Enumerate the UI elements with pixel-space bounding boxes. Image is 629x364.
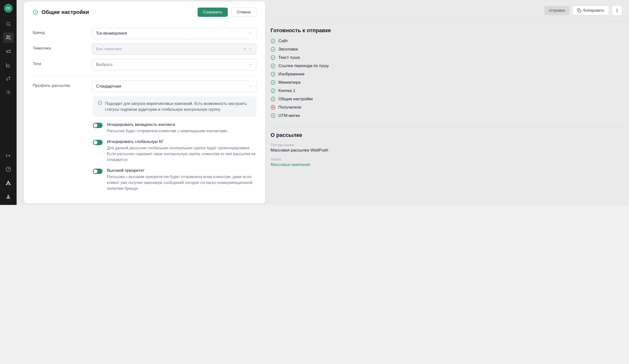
folder-label: Папка — [271, 157, 622, 161]
logout-icon[interactable] — [3, 150, 14, 161]
tags-select[interactable]: Выбрать — [92, 59, 256, 70]
svg-point-4 — [7, 195, 9, 197]
toggle-row: Высокий приоритет Рассылка с высоким при… — [93, 168, 256, 191]
type-value: Массовая рассылка WebPush — [271, 148, 622, 153]
logo: m — [4, 4, 13, 13]
folder-link[interactable]: Массовые кампании — [271, 162, 622, 167]
check-circle-icon — [271, 80, 275, 85]
chart-icon[interactable] — [3, 60, 14, 70]
check-circle-icon — [33, 9, 38, 15]
toggle-desc: Рассылка будет отправлена клиентам с нев… — [107, 128, 256, 134]
readiness-label: Сайт — [278, 39, 288, 43]
chevron-down-icon — [249, 32, 252, 35]
sidebar: m — [0, 0, 17, 205]
gear-icon[interactable] — [3, 87, 14, 97]
readiness-item[interactable]: Заголовок — [271, 47, 622, 52]
check-circle-icon — [271, 113, 275, 118]
readiness-label: Ссылка перехода по пушу — [278, 63, 329, 68]
check-circle-icon — [271, 97, 275, 101]
profile-label: Профиль рассылки — [33, 81, 89, 88]
readiness-label: Миниатюра — [278, 80, 301, 85]
toggle-title: Игнорировать валидность контакта — [107, 122, 256, 127]
readiness-item[interactable]: Текст пуша — [271, 55, 622, 60]
svg-point-8 — [617, 11, 617, 12]
theme-select[interactable]: Без тематики — [92, 43, 256, 55]
readiness-label: UTM-метки — [278, 113, 300, 118]
readiness-item[interactable]: Получатели — [271, 105, 622, 110]
more-button[interactable] — [612, 5, 622, 16]
toggle-row: Игнорировать глобальную КГ Для данной ра… — [93, 139, 256, 163]
divider — [33, 76, 256, 76]
brand-label: Бренд — [33, 28, 89, 35]
help-icon[interactable] — [3, 164, 14, 175]
save-button[interactable]: Сохранить — [197, 7, 228, 17]
cancel-button[interactable]: Отмена — [231, 7, 256, 17]
panel-header: Общие настройки Сохранить Отмена — [24, 1, 265, 21]
warning-icon[interactable] — [3, 178, 14, 188]
info-text: Подходит для запуска маркетинговых кампа… — [105, 101, 252, 112]
check-circle-icon — [271, 55, 275, 60]
profile-select[interactable]: Стандартная — [92, 81, 256, 92]
readiness-item[interactable]: UTM-метки — [271, 113, 622, 118]
toggle-desc: Для данной рассылки глобальная контрольн… — [107, 145, 256, 163]
main: отправки Копировать Готовность к отправк… — [17, 0, 629, 205]
info-icon — [98, 101, 102, 105]
divider — [271, 126, 622, 126]
tags-placeholder: Выбрать — [96, 62, 113, 67]
readiness-label: Текст пуша — [278, 55, 300, 60]
copy-icon — [577, 8, 581, 13]
info-box: Подходит для запуска маркетинговых кампа… — [93, 96, 256, 117]
readiness-label: Кнопка 1 — [278, 88, 295, 93]
megaphone-icon[interactable] — [3, 46, 14, 57]
check-circle-icon — [271, 39, 275, 43]
profile-value: Стандартная — [96, 84, 121, 89]
toggle-desc: Рассылка с высоким приоритетом будет отп… — [107, 174, 256, 191]
readiness-item[interactable]: Общие настройки — [271, 97, 622, 101]
toggle-row: Игнорировать валидность контакта Рассылк… — [93, 122, 256, 134]
check-circle-icon — [271, 47, 275, 52]
user-icon[interactable] — [3, 191, 14, 202]
readiness-label: Общие настройки — [278, 97, 313, 101]
readiness-label: Заголовок — [278, 47, 298, 52]
readiness-list: СайтЗаголовокТекст пушаСсылка перехода п… — [271, 39, 622, 118]
chevron-down-icon — [249, 47, 252, 51]
svg-point-7 — [617, 10, 617, 11]
about-title: О рассылке — [271, 132, 622, 138]
svg-rect-5 — [579, 10, 581, 12]
aside: Готовность к отправке СайтЗаголовокТекст… — [271, 24, 622, 170]
readiness-title: Готовность к отправке — [271, 27, 622, 34]
toggle-switch[interactable] — [93, 140, 103, 145]
readiness-item[interactable]: Кнопка 1 — [271, 88, 622, 93]
readiness-item[interactable]: Изображение — [271, 72, 622, 77]
puzzle-icon[interactable] — [3, 73, 14, 84]
readiness-label: Изображение — [278, 72, 305, 77]
tags-label: Теги — [33, 59, 89, 66]
clear-icon[interactable] — [243, 47, 246, 51]
toggle-switch[interactable] — [93, 123, 103, 128]
theme-value: Без тематики — [96, 47, 122, 51]
error-circle-icon — [271, 105, 275, 110]
more-vertical-icon — [615, 8, 619, 13]
check-circle-icon — [271, 72, 275, 77]
toggle-switch[interactable] — [93, 169, 103, 174]
search-icon[interactable] — [3, 18, 14, 29]
brand-select[interactable]: Tut-development — [92, 28, 256, 39]
svg-point-6 — [617, 9, 617, 9]
chevron-down-icon — [249, 85, 252, 88]
readiness-label: Получатели — [278, 105, 301, 110]
theme-label: Тематика — [33, 43, 89, 51]
users-icon[interactable] — [3, 32, 14, 43]
svg-point-0 — [6, 22, 10, 25]
panel-body: Бренд Tut-development Тематика Без темат… — [24, 21, 265, 203]
brand-value: Tut-development — [96, 31, 127, 36]
readiness-item[interactable]: Ссылка перехода по пушу — [271, 63, 622, 68]
topbar-tab[interactable]: отправки — [544, 6, 569, 15]
readiness-item[interactable]: Сайт — [271, 39, 622, 43]
toggle-title: Высокий приоритет — [107, 168, 256, 173]
type-label: Тип рассылки — [271, 143, 622, 147]
readiness-item[interactable]: Миниатюра — [271, 80, 622, 85]
svg-point-1 — [7, 36, 8, 37]
svg-point-2 — [7, 91, 9, 93]
check-circle-icon — [271, 88, 275, 93]
copy-button[interactable]: Копировать — [572, 6, 609, 15]
